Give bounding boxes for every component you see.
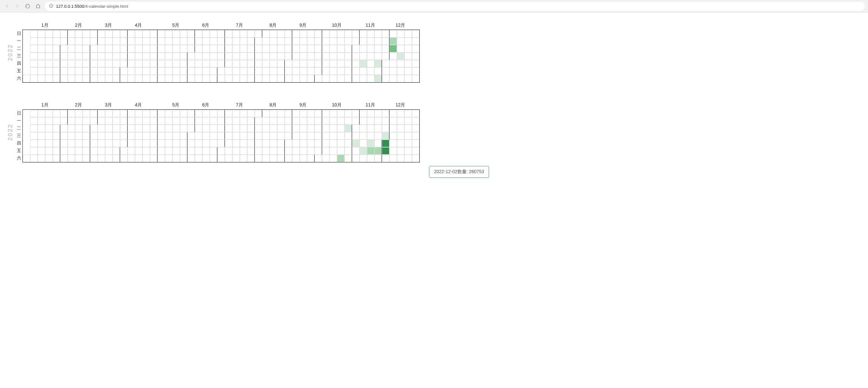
heatmap-cell[interactable]	[270, 45, 277, 52]
heatmap-cell[interactable]	[374, 117, 382, 125]
heatmap-cell[interactable]	[113, 60, 120, 67]
heatmap-cell[interactable]	[300, 30, 307, 37]
heatmap-cell[interactable]	[374, 155, 382, 162]
heatmap-cell[interactable]	[90, 45, 98, 52]
heatmap-cell[interactable]	[53, 155, 60, 162]
heatmap-cell[interactable]	[157, 45, 165, 52]
heatmap-cell[interactable]	[360, 140, 367, 147]
heatmap-cell[interactable]	[330, 125, 337, 132]
heatmap-cell[interactable]	[30, 75, 38, 82]
heatmap-cell[interactable]	[315, 60, 322, 67]
heatmap-cell[interactable]	[255, 67, 262, 75]
heatmap-cell[interactable]	[277, 30, 285, 37]
heatmap-cell[interactable]	[203, 37, 210, 45]
heatmap-cell[interactable]	[187, 110, 195, 117]
heatmap-cell[interactable]	[113, 117, 120, 125]
heatmap-cell[interactable]	[262, 132, 270, 140]
heatmap-cell[interactable]	[322, 60, 330, 67]
heatmap-cell[interactable]	[322, 117, 330, 125]
heatmap-cell[interactable]	[98, 117, 105, 125]
heatmap-cell[interactable]	[255, 52, 262, 60]
heatmap-cell[interactable]	[315, 45, 322, 52]
heatmap-cell[interactable]	[277, 37, 285, 45]
heatmap-cell[interactable]	[157, 52, 165, 60]
heatmap-cell[interactable]	[53, 132, 60, 140]
heatmap-cell[interactable]	[337, 125, 344, 132]
heatmap-cell[interactable]	[165, 45, 173, 52]
heatmap-cell[interactable]	[30, 132, 38, 140]
heatmap-cell[interactable]	[367, 132, 374, 140]
heatmap-cell[interactable]	[187, 75, 195, 82]
heatmap-cell[interactable]	[127, 155, 135, 162]
heatmap-cell[interactable]	[113, 52, 120, 60]
heatmap-cell[interactable]	[83, 60, 90, 67]
heatmap-cell[interactable]	[75, 37, 83, 45]
heatmap-cell[interactable]	[53, 75, 60, 82]
heatmap-cell[interactable]	[232, 125, 240, 132]
heatmap-cell[interactable]	[113, 45, 120, 52]
heatmap-cell[interactable]	[412, 45, 420, 52]
heatmap-cell[interactable]	[180, 45, 187, 52]
heatmap-cell[interactable]	[382, 30, 390, 37]
heatmap-cell[interactable]	[173, 147, 180, 155]
heatmap-cell[interactable]	[150, 117, 157, 125]
heatmap-cell[interactable]	[135, 155, 143, 162]
heatmap-cell[interactable]	[247, 125, 255, 132]
heatmap-cell[interactable]	[157, 140, 165, 147]
heatmap-cell[interactable]	[30, 52, 38, 60]
heatmap-cell[interactable]	[38, 45, 45, 52]
heatmap-cell[interactable]	[173, 67, 180, 75]
heatmap-cell[interactable]	[203, 155, 210, 162]
heatmap-cell[interactable]	[157, 37, 165, 45]
heatmap-cell[interactable]	[45, 45, 53, 52]
heatmap-cell[interactable]	[344, 75, 352, 82]
heatmap-cell[interactable]	[120, 67, 127, 75]
heatmap-cell[interactable]	[53, 37, 60, 45]
heatmap-cell[interactable]	[90, 75, 98, 82]
heatmap-cell[interactable]	[60, 155, 68, 162]
heatmap-cell[interactable]	[75, 132, 83, 140]
heatmap-cell[interactable]	[247, 45, 255, 52]
heatmap-cell[interactable]	[382, 125, 390, 132]
heatmap-cell[interactable]	[255, 125, 262, 132]
heatmap-cell[interactable]	[262, 125, 270, 132]
heatmap-cell[interactable]	[90, 132, 98, 140]
heatmap-cell[interactable]	[217, 132, 225, 140]
heatmap-cell[interactable]	[217, 60, 225, 67]
heatmap-cell[interactable]	[352, 37, 360, 45]
heatmap-cell[interactable]	[292, 67, 300, 75]
heatmap-cell[interactable]	[337, 30, 344, 37]
heatmap-cell[interactable]	[157, 110, 165, 117]
heatmap-cell[interactable]	[337, 132, 344, 140]
heatmap-cell[interactable]	[203, 75, 210, 82]
heatmap-cell[interactable]	[352, 45, 360, 52]
heatmap-cell[interactable]	[150, 30, 157, 37]
heatmap-cell[interactable]	[225, 117, 232, 125]
heatmap-cell[interactable]	[360, 60, 367, 67]
heatmap-cell[interactable]	[83, 45, 90, 52]
heatmap-cell[interactable]	[60, 140, 68, 147]
heatmap-cell[interactable]	[232, 37, 240, 45]
heatmap-cell[interactable]	[217, 45, 225, 52]
heatmap-cell[interactable]	[45, 60, 53, 67]
heatmap-cell[interactable]	[390, 117, 397, 125]
heatmap-cell[interactable]	[127, 125, 135, 132]
heatmap-cell[interactable]	[135, 125, 143, 132]
heatmap-cell[interactable]	[404, 75, 412, 82]
heatmap-cell[interactable]	[360, 147, 367, 155]
heatmap-cell[interactable]	[173, 30, 180, 37]
heatmap-cell[interactable]	[45, 37, 53, 45]
heatmap-cell[interactable]	[322, 37, 330, 45]
heatmap-cell[interactable]	[113, 147, 120, 155]
heatmap-cell[interactable]	[232, 75, 240, 82]
heatmap-cell[interactable]	[143, 75, 150, 82]
heatmap-cell[interactable]	[292, 147, 300, 155]
heatmap-cell[interactable]	[367, 155, 374, 162]
heatmap-cell[interactable]	[53, 30, 60, 37]
heatmap-cell[interactable]	[292, 52, 300, 60]
heatmap-cell[interactable]	[382, 140, 390, 147]
forward-icon[interactable]	[14, 3, 21, 10]
heatmap-cell[interactable]	[277, 132, 285, 140]
heatmap-cell[interactable]	[60, 52, 68, 60]
heatmap-cell[interactable]	[315, 30, 322, 37]
